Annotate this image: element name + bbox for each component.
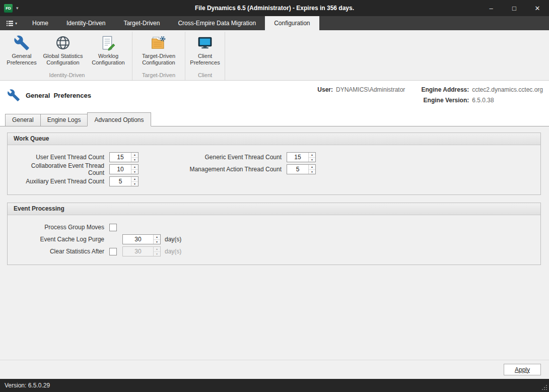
auxiliary-event-thread-count-spinner: ▲ ▼ [109,176,139,186]
tab-general[interactable]: General [5,114,41,126]
menubar: ▾ Home Identity-Driven Target-Driven Cro… [0,16,549,30]
spin-up-button: ▲ [154,247,160,252]
close-button[interactable]: ✕ [526,0,549,16]
field-label: User Event Thread Count [14,154,104,161]
general-preferences-button[interactable]: General Preferences [4,33,39,71]
version-status-label: Version: 6.5.0.29 [5,382,50,389]
event-cache-log-purge-spinner: ▲ ▼ [122,234,161,244]
ribbon-item-label: Global Statistics Configuration [40,53,86,66]
global-statistics-configuration-button[interactable]: Global Statistics Configuration [39,33,87,71]
engine-info: Engine Address: cctec2.dynamics.cctec.or… [421,86,543,104]
menu-item-configuration[interactable]: Configuration [265,16,319,30]
tabstrip: General Engine Logs Advanced Options [0,110,549,126]
wrench-icon [14,35,30,51]
menu-item-cross-empire-data-migration[interactable]: Cross-Empire Data Migration [169,16,265,30]
spin-down-button[interactable]: ▼ [131,170,138,174]
app-window: FD ▾ File Dynamics 6.5 (Administrator) -… [0,0,549,392]
event-processing-title: Event Processing [8,203,540,215]
file-menu-button[interactable]: ▾ [0,16,23,30]
button-bar: Apply [0,360,549,379]
ribbon-group-label: Identity-Driven [4,71,130,80]
spin-down-button[interactable]: ▼ [131,182,138,186]
ribbon-group-label: Target-Driven [134,71,183,80]
menu-item-identity-driven[interactable]: Identity-Driven [57,16,114,30]
field-label: Process Group Moves [14,224,104,231]
field-label: Clear Statistics After [14,248,104,255]
spin-up-button[interactable]: ▲ [309,165,315,170]
field-label: Auxiliary Event Thread Count [14,178,104,185]
spin-down-button[interactable]: ▼ [309,158,315,162]
ribbon-item-label: Client Preferences [188,53,222,66]
spin-down-button[interactable]: ▼ [154,240,160,244]
folder-gear-icon [151,35,167,51]
ribbon-group-client: Client Preferences Client [185,32,225,80]
engine-version-value: 6.5.0.38 [472,97,543,104]
ribbon-group-identity-driven: General Preferences Global Statistics Co… [2,32,132,80]
auxiliary-event-thread-count-row: Auxiliary Event Thread Count ▲ ▼ [14,175,139,187]
minimize-button[interactable]: – [479,0,503,16]
wrench-icon [7,89,20,102]
management-action-thread-count-spinner: ▲ ▼ [287,164,316,174]
statusbar: Version: 6.5.0.29 [0,379,549,392]
spin-up-button[interactable]: ▲ [309,153,315,158]
page-title: General Preferences [7,81,91,110]
user-value: DYNAMICS\Administrator [336,86,405,93]
user-event-thread-count-row: User Event Thread Count ▲ ▼ [14,151,139,163]
generic-event-thread-count-row: Generic Event Thread Count ▲ ▼ [169,151,316,163]
user-label: User: [317,86,333,93]
spin-up-button[interactable]: ▲ [131,177,138,182]
page-header: General Preferences User: DYNAMICS\Admin… [0,81,549,110]
tab-advanced-options[interactable]: Advanced Options [87,112,151,126]
field-label: Event Cache Log Purge [14,236,104,243]
menu-item-target-driven[interactable]: Target-Driven [114,16,169,30]
collaborative-event-thread-count-row: Collaborative Event Thread Count ▲ ▼ [14,163,139,175]
work-queue-right-column: Generic Event Thread Count ▲ ▼ Managemen… [169,151,316,187]
quick-access-caret-icon[interactable]: ▾ [16,6,19,11]
apply-button[interactable]: Apply [504,364,541,375]
target-driven-configuration-button[interactable]: Target-Driven Configuration [134,33,183,71]
collaborative-event-thread-count-spinner: ▲ ▼ [109,164,139,174]
field-label: Management Action Thread Count [169,166,282,173]
user-event-thread-count-input[interactable] [110,153,131,162]
days-suffix-label: day(s) [165,236,181,243]
process-group-moves-checkbox[interactable] [109,224,117,231]
client-preferences-button[interactable]: Client Preferences [187,33,223,71]
work-queue-left-column: User Event Thread Count ▲ ▼ Collaborativ… [14,151,139,187]
spin-down-button[interactable]: ▼ [131,158,138,162]
ribbon: General Preferences Global Statistics Co… [0,30,549,81]
auxiliary-event-thread-count-input[interactable] [110,177,131,186]
management-action-thread-count-row: Management Action Thread Count ▲ ▼ [169,163,316,175]
window-controls: – □ ✕ [479,0,549,16]
list-menu-icon [6,20,14,27]
ribbon-item-label: Worklog Configuration [88,53,129,66]
resize-grip-icon[interactable] [541,384,547,390]
tab-engine-logs[interactable]: Engine Logs [40,114,88,126]
user-event-thread-count-spinner: ▲ ▼ [109,152,139,162]
app-logo-icon[interactable]: FD [4,4,13,13]
engine-address-value: cctec2.dynamics.cctec.org [472,86,543,93]
maximize-button[interactable]: □ [503,0,526,16]
spin-up-button[interactable]: ▲ [131,153,138,158]
process-group-moves-row: Process Group Moves [14,221,534,233]
apply-button-label: Apply [515,366,530,373]
field-label: Collaborative Event Thread Count [14,162,104,176]
document-pencil-icon [100,35,116,51]
monitor-icon [197,35,213,51]
page-title-word1: General [26,92,50,99]
event-cache-log-purge-input[interactable] [123,235,153,244]
clear-statistics-after-checkbox[interactable] [109,248,117,255]
spin-down-button: ▼ [154,252,160,256]
generic-event-thread-count-input[interactable] [287,153,308,162]
management-action-thread-count-input[interactable] [287,165,308,174]
spin-up-button[interactable]: ▲ [131,165,138,170]
collaborative-event-thread-count-input[interactable] [110,165,131,174]
titlebar: FD ▾ File Dynamics 6.5 (Administrator) -… [0,0,549,16]
event-processing-groupbox: Event Processing Process Group Moves Eve… [7,203,541,265]
engine-version-label: Engine Version: [421,97,469,104]
spin-up-button[interactable]: ▲ [154,235,160,240]
spin-down-button[interactable]: ▼ [309,170,315,174]
page-title-word2: Preferences [53,92,91,99]
worklog-configuration-button[interactable]: Worklog Configuration [87,33,130,71]
days-suffix-label: day(s) [165,248,181,255]
menu-item-home[interactable]: Home [23,16,57,30]
